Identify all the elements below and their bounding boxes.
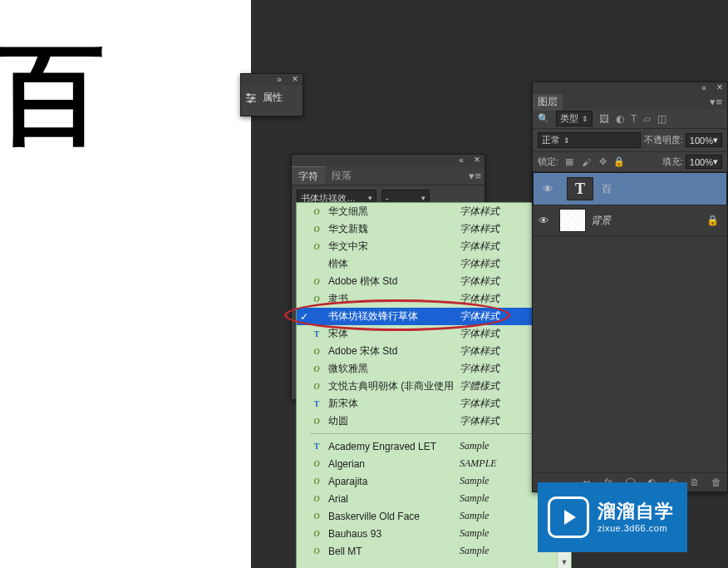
layer-filter-combo[interactable]: 类型 ⇕ [556,111,593,126]
font-list-item[interactable]: OAdobe 楷体 Std字体样式 [297,273,571,290]
delete-icon[interactable]: 🗑 [711,477,722,488]
layer-name[interactable]: 背景 [591,214,611,228]
font-sample: 字体样式 [460,362,499,376]
tab-character[interactable]: 字符 [292,166,325,185]
collapse-icon[interactable]: » [274,75,284,83]
font-sample: Sample [460,510,489,522]
fill-label: 填充: [662,156,683,168]
filter-image-icon[interactable]: 🖼 [599,113,609,125]
chevron-down-icon: ⇕ [582,115,588,123]
font-type-icon: O [312,417,322,426]
font-sample: 字体样式 [460,274,499,289]
watermark-url: zixue.3d66.com [598,523,674,534]
layer-name[interactable]: 百 [602,182,612,196]
font-list-item[interactable]: OAdobe 宋体 Std字体样式 [297,343,571,360]
font-name: 新宋体 [328,397,453,411]
font-list-item[interactable]: 楷体字体样式 [297,255,571,273]
tab-paragraph[interactable]: 段落 [325,166,358,185]
font-type-icon: O [312,546,322,556]
font-type-icon: O [312,347,322,356]
new-layer-icon[interactable]: 🗎 [689,477,701,488]
font-type-icon: O [312,364,322,373]
font-list-item[interactable]: O微软雅黑字体样式 [297,360,571,378]
watermark: 溜溜自学 zixue.3d66.com [538,482,687,552]
blend-mode-combo[interactable]: 正常 ⇕ [538,132,641,148]
font-list-item[interactable]: O隶书字体样式 [297,290,571,308]
font-list-item[interactable]: OBaskerville Old FaceSample [297,507,571,525]
font-list-item[interactable]: OBell MTSample [297,542,571,560]
font-sample: 字体样式 [460,327,499,341]
opacity-label: 不透明度: [644,134,683,146]
layer-row-background[interactable]: 👁 背景 🔒 [533,205,727,236]
font-type-icon: T [312,312,322,321]
font-name: 隶书 [328,292,453,306]
font-name: Bell MT [328,546,453,557]
chevron-down-icon: ▾ [713,135,718,146]
layer-list: 👁 T 百 👁 背景 🔒 [533,172,727,472]
filter-smart-icon[interactable]: ◫ [657,113,667,125]
canvas-text: 百 [0,22,105,170]
collapse-icon[interactable]: « [456,156,466,164]
close-icon[interactable]: × [472,155,482,165]
font-sample: Sample [460,492,489,505]
font-list-item[interactable]: TAcademy Engraved LETSample [297,437,571,455]
font-list-item[interactable]: O华文中宋字体样式 [297,238,571,255]
font-sample: 字体样式 [460,309,499,324]
font-list-item[interactable]: O文悦古典明朝体 (非商业使用)字體樣式 [297,378,571,395]
filter-type-icon[interactable]: T [631,113,637,125]
font-type-icon: O [312,242,322,251]
collapse-icon[interactable]: « [699,83,709,91]
filter-adjust-icon[interactable]: ◐ [616,113,624,125]
lock-transparent-icon[interactable]: ▦ [563,156,575,168]
lock-icon[interactable]: 🔒 [706,215,719,226]
font-name: 华文新魏 [328,222,453,236]
flyout-menu-icon[interactable]: ▾≡ [469,170,481,182]
font-sample: Sample [460,527,489,540]
font-type-icon: O [312,225,322,234]
font-name: 华文细黑 [328,205,453,219]
font-name: Aparajita [328,476,453,487]
search-icon: 🔍 [538,113,549,124]
font-dropdown[interactable]: O华文细黑字体样式O华文新魏字体样式O华文中宋字体样式楷体字体样式OAdobe … [296,202,572,568]
font-sample: Sample [460,475,489,487]
lock-position-icon[interactable]: ✥ [597,156,608,168]
font-list-item[interactable]: T新宋体字体样式 [297,395,571,412]
fill-input[interactable]: 100% ▾ [686,155,722,169]
visibility-eye-icon[interactable]: 👁 [537,183,558,195]
font-type-icon: O [312,382,322,391]
font-list-item[interactable]: OArialSample [297,490,571,507]
lock-pixels-icon[interactable]: 🖌 [580,156,592,168]
divider [310,433,561,434]
font-list-item[interactable]: O华文细黑字体样式 [297,203,571,220]
tab-layers[interactable]: 图层 [533,93,563,111]
close-icon[interactable]: × [290,74,300,84]
scroll-down-icon[interactable]: ▼ [558,556,571,568]
lock-all-icon[interactable]: 🔒 [613,156,625,168]
font-list-item[interactable]: T宋体字体样式 [297,325,571,343]
font-list-item[interactable]: O幼圆字体样式 [297,412,571,430]
font-list-item[interactable]: OBauhaus 93Sample [297,525,571,542]
font-list-item[interactable]: O华文新魏字体样式 [297,220,571,238]
font-sample: Sample [460,545,489,557]
opacity-value: 100% [690,136,713,146]
flyout-menu-icon[interactable]: ▾≡ [710,96,722,108]
font-name: 华文中宋 [328,240,453,254]
font-sample: Sample [460,440,489,452]
svg-point-5 [249,100,252,102]
properties-tab-label[interactable]: 属性 [263,91,283,105]
font-name: 书体坊禚效锋行草体 [328,309,453,324]
opacity-input[interactable]: 100% ▾ [686,133,722,147]
font-type-icon: O [312,477,322,486]
properties-panel: » × 属性 [240,73,303,116]
layer-row-text[interactable]: 👁 T 百 [533,172,727,205]
font-list-item[interactable]: ✓T书体坊禚效锋行草体字体样式 [297,308,571,325]
font-type-icon: O [312,207,322,216]
font-list-item[interactable]: OAparajitaSample [297,472,571,490]
visibility-eye-icon[interactable]: 👁 [533,215,554,227]
layers-panel-drag[interactable] [533,82,727,94]
font-list-item[interactable]: OAlgerianSAMPLE [297,455,571,472]
filter-shape-icon[interactable]: ▱ [643,113,651,125]
close-icon[interactable]: × [715,82,725,92]
font-name: Arial [328,493,453,505]
font-sample: 字體樣式 [460,379,499,393]
